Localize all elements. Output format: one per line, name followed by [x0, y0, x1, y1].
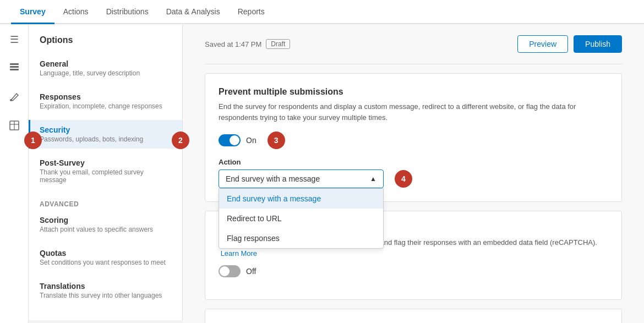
- sidebar-item-desc-translations: Translate this survey into other languag…: [40, 292, 171, 299]
- preview-button[interactable]: Preview: [517, 35, 568, 53]
- top-navigation: SurveyActionsDistributionsData & Analysi…: [0, 0, 644, 24]
- action-section: Action End survey with a message ▲ End s…: [219, 158, 608, 188]
- sidebar-item-desc-post-survey: Thank you email, completed survey messag…: [40, 168, 171, 184]
- sidebar-item-label-scoring: Scoring: [40, 216, 171, 225]
- action-dropdown-menu: End survey with a messageRedirect to URL…: [219, 188, 384, 249]
- dropdown-item-redirect-url[interactable]: Redirect to URL: [219, 209, 383, 228]
- sidebar: Options General Language, title, survey …: [29, 24, 183, 320]
- security-scan-card: Security scan monitor Prevent security s…: [205, 309, 622, 323]
- sidebar-item-label-responses: Responses: [40, 92, 171, 101]
- sidebar-item-quotas[interactable]: Quotas Set conditions you want responses…: [29, 243, 182, 272]
- selected-action-label: End survey with a message: [226, 174, 320, 183]
- svg-rect-2: [10, 63, 19, 65]
- dropdown-item-flag-responses[interactable]: Flag responses: [219, 228, 383, 248]
- sidebar-item-label-translations: Translations: [40, 282, 171, 291]
- nav-tab-survey[interactable]: Survey: [11, 1, 54, 24]
- survey-builder-icon[interactable]: ☰: [4, 30, 24, 50]
- sidebar-item-label-post-survey: Post-Survey: [40, 158, 171, 167]
- saved-time: Saved at 1:47 PM: [205, 40, 261, 48]
- sidebar-item-security[interactable]: Security Passwords, uploads, bots, index…: [29, 120, 182, 149]
- action-dropdown-container: End survey with a message ▲ End survey w…: [219, 169, 384, 188]
- sidebar-item-label-quotas: Quotas: [40, 249, 171, 258]
- content-area: Saved at 1:47 PM Draft Preview Publish P…: [183, 24, 644, 323]
- sidebar-item-label-security: Security: [40, 125, 171, 134]
- sidebar-item-scoring[interactable]: Scoring Attach point values to specific …: [29, 210, 182, 239]
- dropdown-item-end-survey[interactable]: End survey with a message: [219, 189, 383, 209]
- prevent-multiple-desc: End the survey for respondents and displ…: [219, 101, 608, 123]
- content-header: Saved at 1:47 PM Draft Preview Publish: [205, 35, 622, 53]
- prevent-toggle-row: On 3: [219, 132, 608, 149]
- prevent-multiple-title: Prevent multiple submissions: [219, 87, 608, 97]
- prevent-multiple-card: Prevent multiple submissions End the sur…: [205, 73, 622, 202]
- annotation-4: 4: [395, 170, 412, 188]
- bot-toggle-label: Off: [246, 267, 256, 276]
- action-dropdown-trigger[interactable]: End survey with a message ▲: [219, 169, 384, 188]
- nav-tab-reports[interactable]: Reports: [229, 1, 274, 24]
- sidebar-item-desc-security: Passwords, uploads, bots, indexing: [40, 135, 171, 143]
- sidebar-item-post-survey[interactable]: Post-Survey Thank you email, completed s…: [29, 153, 182, 189]
- publish-button[interactable]: Publish: [574, 35, 622, 53]
- sidebar-item-desc-responses: Expiration, incomplete, change responses: [40, 102, 171, 110]
- sidebar-item-responses[interactable]: Responses Expiration, incomplete, change…: [29, 87, 182, 116]
- paint-icon[interactable]: [4, 87, 24, 107]
- sidebar-item-label-general: General: [40, 59, 171, 68]
- svg-point-3: [10, 99, 12, 101]
- advanced-section-label: Advanced: [29, 194, 182, 210]
- sidebar-item-desc-general: Language, title, survey description: [40, 69, 171, 77]
- header-buttons: Preview Publish: [517, 35, 622, 53]
- layers-icon[interactable]: [4, 58, 24, 78]
- sidebar-item-general[interactable]: General Language, title, survey descript…: [29, 54, 182, 83]
- annotation-1: 1: [24, 132, 42, 149]
- save-status: Saved at 1:47 PM Draft: [205, 39, 290, 49]
- annotation-2: 2: [172, 132, 189, 149]
- annotation-3: 3: [268, 132, 285, 149]
- bot-toggle-row: Off: [219, 265, 608, 277]
- prevent-toggle-label: On: [246, 136, 256, 145]
- chevron-up-icon: ▲: [370, 175, 376, 183]
- main-layout: ☰ Options General L: [0, 24, 644, 323]
- sidebar-item-translations[interactable]: Translations Translate this survey into …: [29, 276, 182, 305]
- sidebar-item-desc-quotas: Set conditions you want responses to mee…: [40, 259, 171, 266]
- svg-rect-1: [10, 69, 19, 70]
- sidebar-title: Options: [29, 35, 182, 54]
- prevent-multiple-toggle[interactable]: [219, 134, 241, 146]
- sidebar-item-desc-scoring: Attach point values to specific answers: [40, 226, 171, 233]
- icon-bar: ☰: [0, 24, 29, 323]
- bot-detection-toggle[interactable]: [219, 265, 241, 277]
- nav-tab-actions[interactable]: Actions: [54, 1, 97, 24]
- nav-tab-data-analysis[interactable]: Data & Analysis: [157, 1, 229, 24]
- nav-tab-distributions[interactable]: Distributions: [97, 1, 157, 24]
- bot-learn-more-link[interactable]: Learn More: [221, 249, 257, 258]
- svg-rect-0: [10, 66, 19, 68]
- action-label: Action: [219, 158, 608, 166]
- draft-badge: Draft: [266, 39, 290, 49]
